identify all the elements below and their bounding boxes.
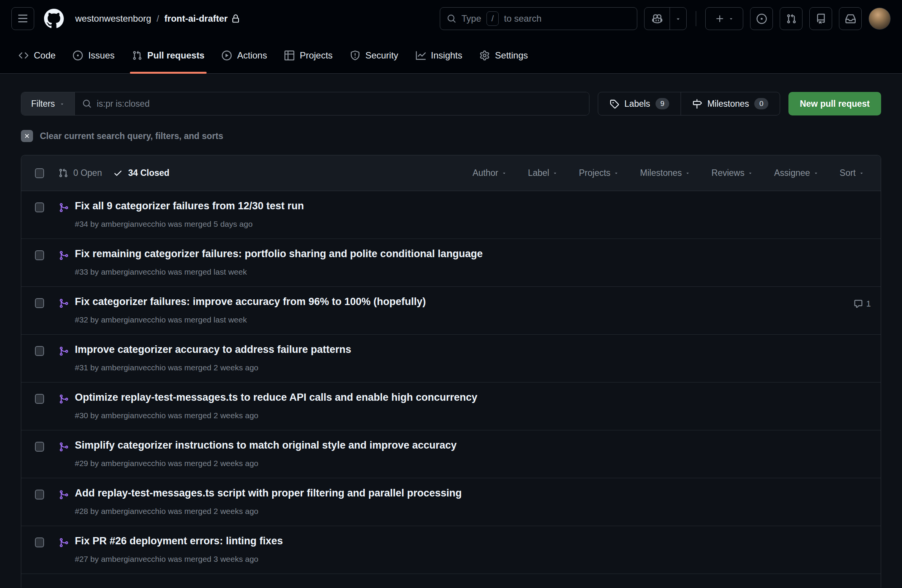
pr-title-link[interactable]: Optimize replay-test-messages.ts to redu… — [75, 392, 477, 403]
triangle-down-icon — [748, 171, 753, 175]
x-badge — [21, 130, 33, 142]
row-checkbox[interactable] — [35, 442, 44, 452]
row-checkbox[interactable] — [35, 250, 44, 260]
triangle-down-icon — [859, 171, 864, 175]
filter-menu-button[interactable]: Milestones — [640, 168, 690, 178]
user-avatar[interactable] — [869, 8, 891, 30]
pr-list-box: 0 Open 34 Closed Author Label — [21, 155, 881, 588]
tab-projects[interactable]: Projects — [278, 37, 340, 73]
pr-row: Fix PR #26 deployment errors: linting fi… — [21, 526, 881, 574]
comments-count: 1 — [866, 299, 871, 309]
filter-menu-button[interactable]: Assignee — [774, 168, 818, 178]
tab-actions[interactable]: Actions — [215, 37, 274, 73]
clear-search-link[interactable]: Clear current search query, filters, and… — [21, 130, 223, 142]
pr-row: Fix all 9 categorizer failures from 12/3… — [21, 191, 881, 239]
filter-menu-button[interactable]: Reviews — [711, 168, 753, 178]
pr-title-link[interactable]: Add replay-test-messages.ts script with … — [75, 487, 462, 499]
pr-title-link[interactable]: Fix categorizer failures: improve accura… — [75, 296, 426, 308]
pr-search-input[interactable] — [97, 99, 581, 109]
pr-meta: #29 by ambergianvecchio was merged 2 wee… — [75, 459, 457, 468]
create-new-button[interactable] — [705, 7, 743, 30]
hamburger-menu-button[interactable] — [11, 7, 34, 30]
triangle-down-icon — [728, 16, 734, 21]
x-icon — [24, 133, 30, 139]
pr-row-main: Optimize replay-test-messages.ts to redu… — [75, 392, 477, 420]
open-count-button[interactable]: 0 Open — [58, 168, 102, 178]
milestones-button[interactable]: Milestones 0 — [681, 92, 780, 115]
graph-icon — [416, 51, 426, 60]
milestones-label: Milestones — [707, 99, 749, 109]
pr-row-main: Simplify categorizer instructions to mat… — [75, 439, 457, 468]
notifications-button[interactable] — [839, 7, 862, 30]
git-merge-icon — [58, 250, 69, 261]
filter-menu-label: Sort — [840, 168, 856, 178]
repo-name: front-ai-drafter — [164, 13, 228, 24]
pr-meta: #28 by ambergianvecchio was merged 2 wee… — [75, 507, 462, 516]
pr-list-header: 0 Open 34 Closed Author Label — [21, 155, 881, 191]
pr-title-link[interactable]: Fix remaining categorizer failures: port… — [75, 248, 483, 260]
tab-code[interactable]: Code — [12, 37, 62, 73]
tab-label: Security — [365, 50, 398, 61]
issue-opened-icon — [757, 14, 767, 24]
pr-row-main: Fix all 9 categorizer failures from 12/3… — [75, 200, 304, 229]
row-checkbox[interactable] — [35, 537, 44, 547]
git-merge-icon — [58, 346, 69, 356]
pr-toolbar: Filters Labels 9 Milestones 0 — [21, 92, 881, 115]
shield-icon — [350, 51, 360, 60]
copilot-button[interactable] — [644, 7, 687, 30]
filter-menu-button[interactable]: Label — [528, 168, 558, 178]
git-merge-icon — [58, 490, 69, 500]
breadcrumb-repo-link[interactable]: front-ai-drafter — [164, 13, 240, 24]
issues-button[interactable] — [750, 7, 773, 30]
repositories-button[interactable] — [809, 7, 832, 30]
closed-count-button[interactable]: 34 Closed — [113, 168, 169, 178]
copilot-menu-chevron[interactable] — [670, 8, 686, 30]
breadcrumb-owner-link[interactable]: westonwestenborg — [75, 13, 151, 24]
git-pull-request-icon — [786, 14, 796, 24]
git-pull-request-icon — [132, 51, 142, 60]
git-merge-icon — [58, 394, 69, 404]
pr-title-link[interactable]: Fix all 9 categorizer failures from 12/3… — [75, 200, 304, 212]
github-pull-requests-page: westonwestenborg / front-ai-drafter Type… — [0, 0, 902, 588]
pr-search-wrap — [75, 92, 589, 115]
labels-button[interactable]: Labels 9 — [598, 92, 681, 115]
global-search-input[interactable]: Type / to search — [440, 7, 637, 30]
triangle-down-icon — [553, 171, 558, 175]
pr-row-main: Fix remaining categorizer failures: port… — [75, 248, 483, 277]
tab-settings[interactable]: Settings — [473, 37, 535, 73]
pr-title-link[interactable]: Simplify categorizer instructions to mat… — [75, 439, 457, 451]
tab-label: Projects — [300, 50, 333, 61]
new-pull-request-button[interactable]: New pull request — [788, 92, 881, 115]
row-checkbox[interactable] — [35, 298, 44, 308]
filter-menu-button[interactable]: Projects — [579, 168, 619, 178]
git-merge-icon — [58, 202, 69, 213]
pull-requests-button[interactable] — [780, 7, 802, 30]
tab-insights[interactable]: Insights — [409, 37, 469, 73]
github-logo[interactable] — [44, 9, 64, 28]
labels-label: Labels — [624, 99, 650, 109]
main-content: Filters Labels 9 Milestones 0 — [0, 92, 902, 588]
pr-row-main: Improve categorizer accuracy to address … — [75, 344, 351, 372]
tab-pull-requests[interactable]: Pull requests — [125, 37, 212, 73]
row-checkbox[interactable] — [35, 490, 44, 499]
pr-title-link[interactable]: Improve categorizer accuracy to address … — [75, 344, 351, 356]
pr-row: Fix remaining categorizer failures: port… — [21, 239, 881, 287]
filters-button[interactable]: Filters — [21, 92, 75, 115]
row-checkbox[interactable] — [35, 202, 44, 212]
pr-row-main: Fix categorizer failures: improve accura… — [75, 296, 426, 324]
select-all-checkbox[interactable] — [35, 168, 44, 178]
row-checkbox[interactable] — [35, 346, 44, 356]
pr-title-link[interactable]: Fix PR #26 deployment errors: linting fi… — [75, 535, 283, 547]
issue-opened-icon — [73, 51, 83, 60]
comments-indicator[interactable]: 1 — [854, 299, 871, 309]
filter-menu-button[interactable]: Author — [472, 168, 507, 178]
filter-menu-button[interactable]: Sort — [840, 168, 864, 178]
tab-security[interactable]: Security — [343, 37, 405, 73]
row-checkbox[interactable] — [35, 394, 44, 404]
filter-menu-label: Assignee — [774, 168, 810, 178]
tab-issues[interactable]: Issues — [66, 37, 121, 73]
pr-meta: #34 by ambergianvecchio was merged 5 day… — [75, 220, 304, 229]
play-icon — [222, 51, 232, 60]
breadcrumb-separator: / — [151, 13, 164, 24]
open-count-label: 0 Open — [73, 168, 102, 178]
